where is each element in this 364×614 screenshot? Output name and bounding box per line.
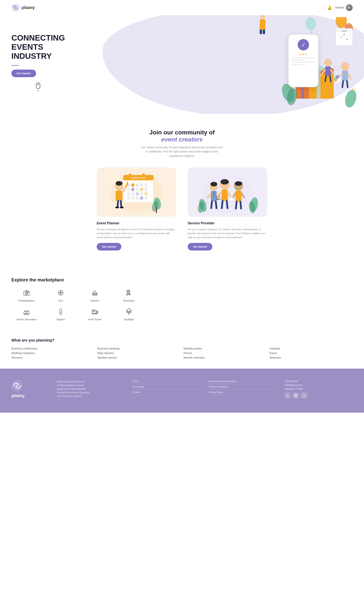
- footer-tagline-area: Plaany manually verifies all service pro…: [57, 380, 95, 401]
- svg-line-115: [216, 201, 217, 208]
- planning-item-festivals[interactable]: Festivals: [270, 347, 353, 350]
- singers-icon: [57, 308, 64, 316]
- caterers-icon: [91, 289, 98, 298]
- footer-phone: +00-0000000: [284, 380, 353, 383]
- service-provider-cta[interactable]: Get started: [188, 243, 212, 250]
- planning-item-reunions[interactable]: Reunions: [11, 356, 94, 359]
- nav-right: 🔔 Hicham H: [327, 4, 353, 11]
- market-item-interior-decorators[interactable]: Interior Decorators: [11, 308, 42, 321]
- svg-text:AUGUST 2020: AUGUST 2020: [131, 177, 145, 179]
- footer-link-faq[interactable]: Frequently asked questions: [208, 380, 277, 384]
- footer-link-terms[interactable]: Terms & Conditions: [208, 386, 277, 390]
- planning-item-wedding-receptions[interactable]: Wedding receptions: [11, 352, 94, 355]
- planning-item-seminars[interactable]: Seminars: [270, 356, 353, 359]
- footer-nav-col: Home Price Plans Contact: [133, 380, 201, 401]
- svg-point-38: [341, 34, 342, 35]
- phone-stars: ★★★: [299, 53, 308, 56]
- svg-point-131: [26, 293, 27, 294]
- svg-line-114: [211, 201, 212, 208]
- market-item-photographers[interactable]: Photographers: [11, 289, 42, 302]
- musicians-icon: [126, 289, 132, 298]
- market-item-food-trucks[interactable]: Food Trucks: [80, 308, 110, 321]
- planning-col-4: Festivals Expos Seminars: [270, 347, 353, 359]
- svg-point-70: [127, 188, 130, 191]
- svg-point-109: [210, 182, 217, 186]
- planning-item-business-meetings[interactable]: Business meetings: [97, 347, 181, 350]
- svg-point-82: [136, 196, 139, 200]
- svg-point-175: [296, 395, 297, 395]
- svg-point-132: [28, 292, 29, 292]
- planning-item-baby-showers[interactable]: Baby showers: [97, 352, 181, 355]
- event-planner-cta[interactable]: Get started: [97, 243, 121, 250]
- svg-point-39: [344, 34, 345, 35]
- svg-point-174: [295, 395, 296, 396]
- hero-person-1: [260, 15, 265, 34]
- planning-item-picnics[interactable]: Picnics: [183, 352, 267, 355]
- planning-item-expos[interactable]: Expos: [270, 352, 353, 355]
- phone-line-2: [292, 60, 306, 61]
- cards-row: AUGUST 2020 5 6: [11, 168, 353, 250]
- photographers-label: Photographers: [18, 299, 35, 302]
- market-item-musicians[interactable]: Musicians: [114, 289, 144, 302]
- svg-point-84: [144, 196, 148, 200]
- djs-icon: [57, 289, 64, 298]
- svg-point-51: [349, 39, 350, 40]
- market-item-caterers[interactable]: Caterers: [80, 289, 110, 302]
- svg-text:August: August: [341, 30, 347, 32]
- service-provider-card: Service Provider Are you a caterer, musi…: [188, 168, 267, 250]
- phone-line-3: [292, 62, 315, 63]
- svg-point-50: [346, 39, 348, 40]
- facebook-icon[interactable]: f: [284, 392, 290, 399]
- community-section: Join our community of event creators Our…: [0, 114, 364, 266]
- phone-checkmark-icon: ✓: [298, 39, 309, 51]
- bell-icon[interactable]: 🔔: [327, 5, 332, 10]
- spotlight-icon: [126, 308, 132, 316]
- event-planner-description: Do you coordinate all aspects of events?…: [97, 228, 176, 239]
- hero-section: CONNECTING EVENTS INDUSTRY Get started ▼…: [0, 15, 364, 114]
- svg-point-73: [140, 188, 143, 191]
- svg-rect-15: [325, 66, 331, 76]
- planning-col-1: Business conferences Wedding receptions …: [11, 347, 94, 359]
- food-trucks-label: Food Trucks: [88, 318, 102, 321]
- musicians-label: Musicians: [123, 299, 134, 302]
- scroll-dot: [38, 84, 39, 85]
- nav-user[interactable]: Hicham H: [335, 4, 353, 11]
- market-item-singers[interactable]: Singers: [46, 308, 76, 321]
- svg-line-106: [222, 201, 222, 208]
- svg-rect-144: [127, 290, 130, 291]
- svg-point-40: [346, 34, 348, 35]
- svg-point-28: [336, 75, 339, 79]
- footer-logo-icon: [11, 380, 23, 391]
- footer-link-home[interactable]: Home: [133, 380, 201, 384]
- caterers-label: Caterers: [90, 299, 100, 302]
- svg-rect-101: [221, 189, 228, 201]
- footer-link-contact[interactable]: Contact: [133, 391, 201, 395]
- event-planner-illustration: AUGUST 2020 5 6: [97, 168, 176, 217]
- footer-link-privacy[interactable]: Privacy Policy: [208, 391, 277, 395]
- market-item-spotlight[interactable]: Spotlight: [114, 308, 144, 321]
- planning-item-awards-ceremony[interactable]: Awards ceremony: [183, 356, 267, 359]
- footer-link-price-plans[interactable]: Price Plans: [133, 386, 201, 390]
- market-item-djs[interactable]: DJs: [46, 289, 76, 302]
- footer-logo-area: plaany: [11, 380, 49, 401]
- marketplace-heading: Explore the marketplace: [11, 277, 353, 283]
- svg-point-1: [306, 17, 316, 30]
- svg-line-25: [347, 81, 348, 87]
- footer-logo-text: plaany: [11, 393, 25, 398]
- planning-item-birthday-parties[interactable]: Birthday parties: [183, 347, 267, 350]
- instagram-icon[interactable]: [293, 392, 299, 399]
- svg-rect-141: [93, 293, 97, 294]
- planning-item-business-conferences[interactable]: Business conferences: [11, 347, 94, 350]
- svg-point-44: [344, 36, 345, 38]
- food-trucks-icon: [91, 308, 98, 316]
- svg-point-46: [349, 36, 350, 38]
- svg-text:6: 6: [137, 184, 138, 186]
- event-planner-title: Event Planner: [97, 221, 176, 225]
- twitter-icon[interactable]: t: [301, 392, 307, 399]
- svg-point-68: [140, 183, 143, 187]
- svg-point-29: [334, 78, 337, 81]
- svg-line-123: [236, 202, 237, 209]
- hero-cta-button[interactable]: Get started: [11, 70, 36, 77]
- svg-point-74: [144, 188, 148, 191]
- planning-item-speaker-session[interactable]: Speaker session: [97, 356, 181, 359]
